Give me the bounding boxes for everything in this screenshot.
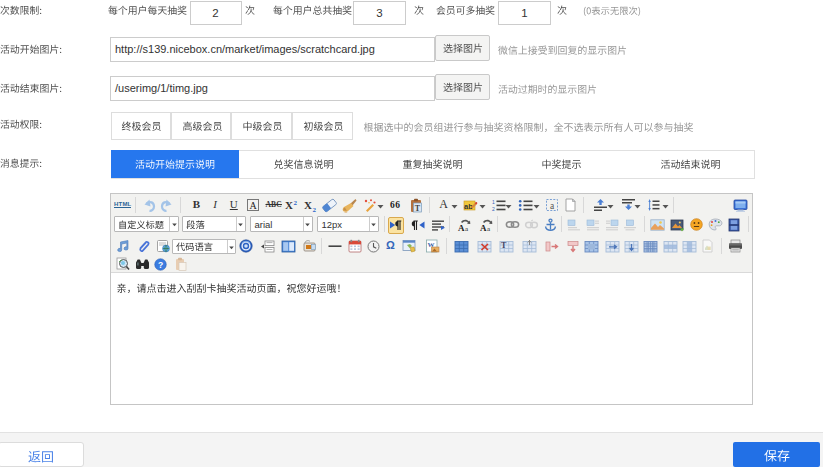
svg-text:1: 1 <box>492 199 495 205</box>
svg-text:ab: ab <box>464 202 473 211</box>
svg-text:2: 2 <box>293 199 297 207</box>
svg-text:T: T <box>415 203 421 212</box>
svg-text:A: A <box>249 200 257 211</box>
svg-text:2: 2 <box>313 206 317 213</box>
svg-text:X: X <box>285 199 293 211</box>
svg-text:X: X <box>304 199 312 211</box>
svg-text:a: a <box>550 201 555 211</box>
svg-text:2: 2 <box>492 206 495 212</box>
svg-text:a: a <box>487 225 491 232</box>
svg-text:T: T <box>501 240 507 249</box>
svg-text:A: A <box>480 223 487 232</box>
svg-text:a: a <box>465 225 469 232</box>
svg-text:?: ? <box>158 259 163 269</box>
svg-text:A: A <box>458 223 465 232</box>
